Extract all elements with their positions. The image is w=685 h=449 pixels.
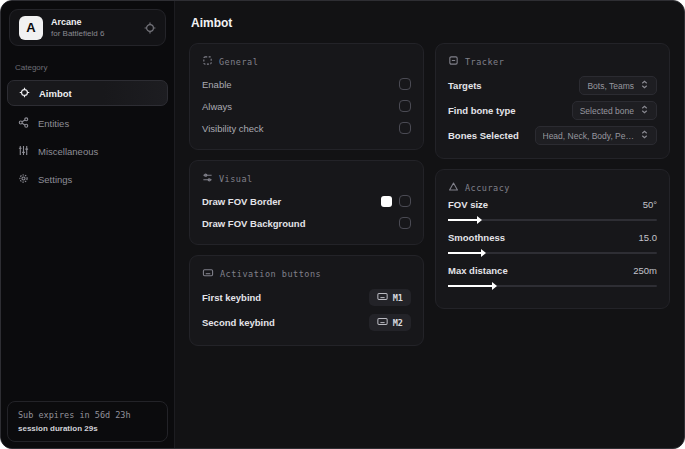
box-minus-icon (448, 55, 459, 68)
setting-row: Second keybind M2 (202, 310, 411, 335)
fov-size-value: 50° (643, 199, 657, 210)
sidebar-item-label: Miscellaneous (38, 146, 98, 157)
first-keybind-button[interactable]: M1 (369, 289, 411, 306)
setting-label: Draw FOV Border (202, 196, 281, 207)
slider-fill (448, 285, 492, 287)
tracker-card: Tracker Targets Bots, Teams (435, 43, 670, 159)
setting-row: First keybind M1 (202, 285, 411, 310)
crosshair-icon (19, 87, 30, 100)
app-title-block: Arcane for Battlefield 6 (51, 17, 104, 38)
bones-selected-select[interactable]: Head, Neck, Body, Pe… (535, 126, 658, 145)
sidebar: A Arcane for Battlefield 6 Category (1, 1, 175, 448)
setting-label: Bones Selected (448, 130, 519, 141)
crosshair-icon[interactable] (144, 22, 156, 34)
keyboard-icon (202, 267, 214, 280)
chevrons-up-down-icon (640, 130, 649, 141)
chevrons-up-down-icon (640, 105, 649, 116)
setting-row: Draw FOV Background (202, 212, 411, 234)
sidebar-item-label: Settings (38, 174, 72, 185)
sidebar-item-entities[interactable]: Entities (1, 109, 174, 137)
card-title: Visual (219, 174, 253, 184)
keyboard-icon (377, 317, 388, 328)
keybind-value: M1 (393, 293, 403, 303)
sidebar-item-aimbot[interactable]: Aimbot (7, 80, 168, 106)
fov-background-checkbox[interactable] (399, 217, 411, 229)
smoothness-slider[interactable] (448, 252, 657, 254)
max-distance-value: 250m (633, 265, 657, 276)
sliders-horizontal-icon (202, 172, 213, 185)
slider-row: Smoothness 15.0 (448, 232, 657, 254)
targets-select[interactable]: Bots, Teams (579, 76, 657, 95)
triangle-icon (448, 181, 459, 194)
max-distance-slider[interactable] (448, 285, 657, 287)
setting-row: Find bone type Selected bone (448, 98, 657, 123)
right-column: Tracker Targets Bots, Teams (435, 43, 670, 309)
category-label: Category (15, 63, 174, 72)
second-keybind-button[interactable]: M2 (369, 314, 411, 331)
setting-label: Targets (448, 80, 482, 91)
setting-label: Enable (202, 79, 232, 90)
gear-icon (18, 173, 29, 186)
sidebar-item-miscellaneous[interactable]: Miscellaneous (1, 137, 174, 165)
general-card: General Enable Always Visibility check (189, 43, 424, 150)
fov-size-slider[interactable] (448, 219, 657, 221)
sliders-vertical-icon (18, 145, 29, 158)
card-title: Accuracy (465, 183, 510, 193)
always-checkbox[interactable] (399, 100, 411, 112)
setting-row: Bones Selected Head, Neck, Body, Pe… (448, 123, 657, 148)
setting-label: First keybind (202, 292, 261, 303)
slider-row: Max distance 250m (448, 265, 657, 287)
keyboard-icon (377, 292, 388, 303)
find-bone-type-select[interactable]: Selected bone (572, 101, 657, 120)
card-title: Activation buttons (220, 269, 321, 279)
fov-border-color-swatch[interactable] (381, 196, 392, 207)
slider-fill (448, 252, 481, 254)
select-value: Selected bone (580, 106, 634, 116)
dashed-square-icon (202, 55, 213, 68)
subscription-expiry: Sub expires in 56d 23h (18, 410, 157, 420)
enable-checkbox[interactable] (399, 78, 411, 90)
network-icon (18, 117, 29, 130)
setting-label: Always (202, 101, 232, 112)
app-window: A Arcane for Battlefield 6 Category (0, 0, 685, 449)
app-header-card: A Arcane for Battlefield 6 (9, 9, 166, 46)
card-title: Tracker (465, 57, 504, 67)
sidebar-item-label: Aimbot (39, 88, 72, 99)
activation-card: Activation buttons First keybind M1 (189, 255, 424, 346)
setting-row: Visibility check (202, 117, 411, 139)
page-title: Aimbot (191, 16, 670, 30)
chevrons-up-down-icon (640, 80, 649, 91)
subscription-box: Sub expires in 56d 23h session duration … (7, 401, 168, 442)
setting-row: Targets Bots, Teams (448, 73, 657, 98)
setting-row: Draw FOV Border (202, 190, 411, 212)
visual-card: Visual Draw FOV Border Draw FOV Backgrou… (189, 160, 424, 245)
setting-label: Find bone type (448, 105, 516, 116)
app-name: Arcane (51, 17, 104, 27)
select-value: Head, Neck, Body, Pe… (543, 131, 635, 141)
select-value: Bots, Teams (587, 81, 634, 91)
session-duration: session duration 29s (18, 424, 157, 433)
sidebar-item-settings[interactable]: Settings (1, 165, 174, 193)
visibility-check-checkbox[interactable] (399, 122, 411, 134)
slider-row: FOV size 50° (448, 199, 657, 221)
sidebar-nav: Aimbot Entities Miscella (1, 80, 174, 193)
setting-row: Always (202, 95, 411, 117)
app-subtitle: for Battlefield 6 (51, 29, 104, 38)
setting-label: Visibility check (202, 123, 264, 134)
setting-row: Enable (202, 73, 411, 95)
keybind-value: M2 (393, 318, 403, 328)
setting-label: Max distance (448, 265, 508, 276)
sidebar-item-label: Entities (38, 118, 69, 129)
accuracy-card: Accuracy FOV size 50° Smoothness (435, 169, 670, 309)
setting-label: Draw FOV Background (202, 218, 305, 229)
setting-label: Smoothness (448, 232, 505, 243)
left-column: General Enable Always Visibility check (189, 43, 424, 346)
app-logo: A (19, 16, 43, 40)
setting-label: Second keybind (202, 317, 275, 328)
setting-label: FOV size (448, 199, 488, 210)
slider-fill (448, 219, 477, 221)
smoothness-value: 15.0 (639, 232, 658, 243)
card-title: General (219, 57, 258, 67)
fov-border-checkbox[interactable] (399, 195, 411, 207)
main-content: Aimbot General Enable (175, 1, 684, 448)
